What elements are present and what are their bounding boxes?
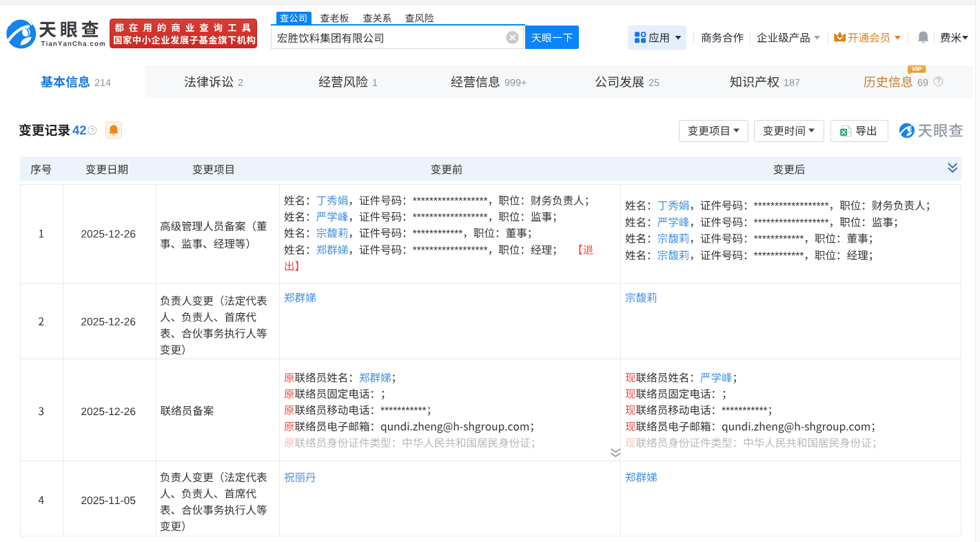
svg-text:VIP: VIP (912, 66, 921, 72)
svg-text:?: ? (937, 77, 941, 85)
svg-text:?: ? (90, 126, 94, 134)
